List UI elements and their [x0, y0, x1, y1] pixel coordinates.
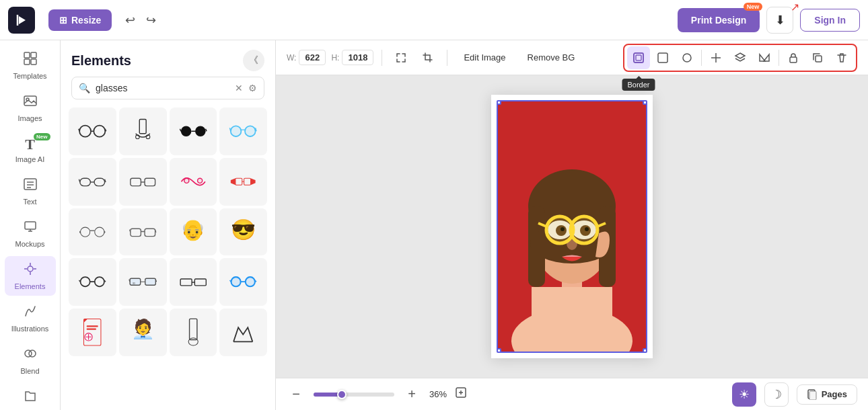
height-value[interactable]: 1018: [342, 50, 373, 65]
list-item[interactable]: [119, 108, 167, 155]
list-item[interactable]: 👴: [170, 208, 217, 256]
width-value[interactable]: 622: [299, 50, 326, 65]
list-item[interactable]: [219, 309, 267, 356]
list-item[interactable]: 🧑‍💼: [119, 309, 167, 356]
height-group: H: 1018: [331, 50, 373, 65]
search-input[interactable]: [96, 83, 229, 93]
svg-rect-101: [532, 287, 612, 352]
layers-button[interactable]: [729, 46, 752, 69]
list-item[interactable]: [69, 208, 116, 256]
app-logo[interactable]: [8, 7, 35, 34]
svg-rect-6: [31, 59, 36, 65]
person-glasses-2-emoji: 🧑‍💼: [129, 318, 157, 346]
sidebar-item-images[interactable]: Images: [5, 88, 56, 128]
svg-rect-90: [636, 55, 641, 60]
redo-button[interactable]: ↪: [142, 10, 160, 30]
templates-icon: [23, 51, 38, 70]
sidebar-item-templates[interactable]: Templates: [5, 46, 56, 85]
list-item[interactable]: [69, 108, 116, 155]
list-item[interactable]: 😎: [219, 208, 267, 256]
list-item[interactable]: [119, 208, 167, 256]
sidebar-item-label-text: Text: [23, 198, 36, 206]
delete-button[interactable]: [830, 46, 853, 69]
flip-button[interactable]: [753, 46, 776, 69]
elements-panel: Elements 《 🔍 ✕ ⚙: [61, 40, 276, 410]
svg-point-52: [81, 227, 90, 237]
svg-point-35: [245, 126, 256, 137]
elements-grid: 👴 😎 3D 🧑‍💼: [61, 108, 275, 410]
svg-point-14: [28, 266, 33, 272]
signin-button[interactable]: Sign In: [800, 9, 860, 32]
filter-icon[interactable]: ⚙: [248, 83, 257, 93]
sidebar-item-label-mockups: Mockups: [15, 240, 44, 248]
zoom-slider[interactable]: [314, 393, 394, 397]
position-button[interactable]: [704, 46, 727, 69]
image-ai-badge: New: [34, 133, 50, 140]
list-item[interactable]: [69, 258, 116, 306]
height-label: H:: [331, 53, 339, 63]
sidebar-item-image-ai[interactable]: New T Image AI: [5, 130, 56, 169]
expand-button[interactable]: [390, 47, 412, 69]
light-theme-button[interactable]: ☀: [732, 382, 756, 407]
zoom-slider-handle[interactable]: [337, 390, 347, 399]
illustrations-icon: [23, 304, 38, 323]
list-item[interactable]: [219, 108, 267, 155]
svg-point-21: [79, 126, 91, 137]
svg-rect-4: [31, 52, 36, 58]
list-item[interactable]: 3D: [119, 258, 167, 306]
print-design-button[interactable]: Print Design: [678, 8, 760, 32]
list-item[interactable]: [69, 158, 116, 206]
sidebar-item-elements[interactable]: Elements: [5, 256, 56, 296]
svg-rect-97: [790, 57, 797, 63]
main-layout: Templates Images New T Image AI Text Moc…: [0, 40, 868, 410]
border-button[interactable]: [627, 46, 650, 69]
svg-marker-96: [764, 54, 769, 61]
list-item[interactable]: [170, 309, 217, 356]
zoom-fit-button[interactable]: [455, 386, 467, 402]
frame-button[interactable]: [651, 46, 674, 69]
collapse-button[interactable]: 《: [243, 50, 264, 71]
download-button[interactable]: ⬇ ↗: [766, 7, 793, 34]
list-item[interactable]: [219, 258, 267, 306]
width-label: W:: [287, 53, 296, 63]
resize-button[interactable]: ⊞ Resize: [48, 9, 112, 31]
list-item[interactable]: [119, 158, 167, 206]
svg-rect-3: [24, 52, 30, 58]
selected-image[interactable]: [497, 100, 647, 353]
list-item[interactable]: [219, 158, 267, 206]
sidebar-item-illustrations[interactable]: Illustrations: [5, 298, 56, 338]
sidebar-item-label-image-ai: Image AI: [15, 155, 44, 163]
undo-button[interactable]: ↩: [121, 10, 139, 30]
svg-rect-13: [25, 222, 36, 229]
list-item[interactable]: [170, 158, 217, 206]
zoom-in-button[interactable]: +: [402, 385, 421, 404]
clear-search-icon[interactable]: ✕: [235, 83, 243, 93]
svg-rect-98: [816, 56, 822, 62]
sidebar-item-my-files[interactable]: My Files: [5, 383, 56, 410]
print-new-badge: New: [744, 3, 763, 11]
my-files-icon: [23, 388, 38, 407]
list-item[interactable]: [170, 258, 217, 306]
sidebar-item-mockups[interactable]: Mockups: [5, 214, 56, 253]
handle-top-right[interactable]: [643, 100, 647, 105]
edit-image-button[interactable]: Edit Image: [456, 49, 513, 66]
list-item[interactable]: [170, 108, 217, 155]
remove-bg-button[interactable]: Remove BG: [519, 49, 583, 66]
sidebar-item-text[interactable]: Text: [5, 171, 56, 211]
handle-bottom-left[interactable]: [497, 348, 501, 353]
toolbar-separator-1: [382, 50, 382, 66]
handle-bottom-right[interactable]: [643, 348, 647, 353]
pages-label: Pages: [822, 389, 847, 399]
svg-point-74: [231, 278, 241, 287]
list-item[interactable]: [69, 309, 116, 356]
svg-rect-44: [131, 178, 141, 186]
crop-button[interactable]: [417, 47, 439, 69]
dark-theme-button[interactable]: ☽: [764, 382, 789, 407]
zoom-out-button[interactable]: −: [287, 385, 305, 404]
shape-button[interactable]: [676, 46, 698, 69]
lock-button[interactable]: [782, 46, 805, 69]
duplicate-button[interactable]: [806, 46, 829, 69]
handle-top-left[interactable]: [497, 100, 501, 105]
pages-button[interactable]: Pages: [797, 384, 857, 405]
sidebar-item-blend[interactable]: Blend: [5, 341, 56, 380]
